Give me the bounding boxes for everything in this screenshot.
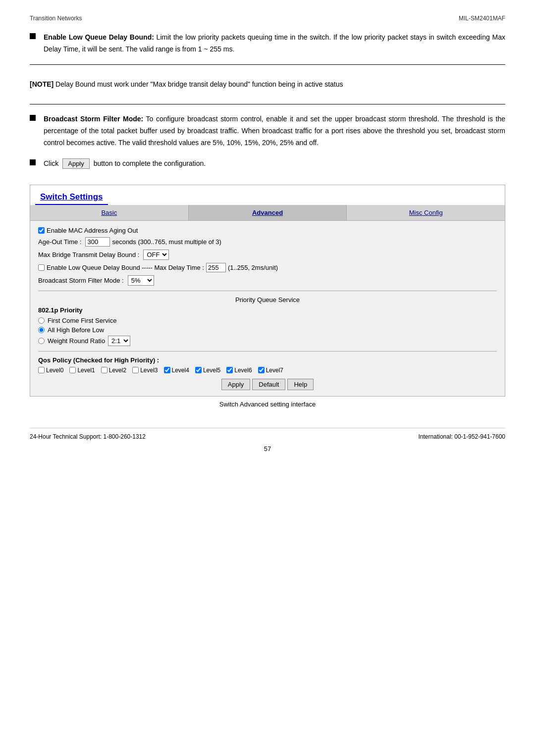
max-bridge-label: Max Bridge Transmit Delay Bound : [38,251,139,258]
checkbox-level6: Level6 [226,367,252,374]
caption-text: Switch Advanced setting interface [30,401,505,408]
page-header: Transition Networks MIL-SM2401MAF [30,15,505,22]
level0-label: Level0 [46,367,63,374]
apply-inline-button[interactable]: Apply [62,158,90,169]
enable-mac-label: Enable MAC Address Aging Out [47,227,138,234]
low-queue-label: Enable Low Queue Delay Bound ----- Max D… [47,264,204,271]
bullet-icon-3 [30,159,36,165]
level2-label: Level2 [109,367,126,374]
level4-checkbox[interactable] [164,367,170,373]
priority-section-label: 802.1p Priority [38,306,497,314]
level6-checkbox[interactable] [226,367,233,373]
level7-checkbox[interactable] [258,367,265,373]
checkbox-level4: Level4 [164,367,189,374]
bullet-icon-2 [30,115,36,121]
tab-advanced[interactable]: Advanced [189,205,347,220]
broadcast-row: Broadcast Storm Filter Mode : 5% 10% 15%… [38,275,497,286]
model-number: MIL-SM2401MAF [459,15,505,22]
priority-queue-title: Priority Queue Service [38,296,497,303]
age-out-input[interactable] [85,237,110,247]
radio-ahbl[interactable] [38,327,45,333]
bullet-low-queue-bold: Enable Low Queue Delay Bound: [44,33,154,41]
max-bridge-row: Max Bridge Transmit Delay Bound : OFF 1m… [38,250,497,260]
radio-fcfs-label: First Come First Service [48,317,116,324]
switch-settings-title: Switch Settings [35,188,108,205]
tab-basic[interactable]: Basic [30,205,189,220]
enable-mac-checkbox[interactable] [38,227,45,234]
section-divider-2 [38,351,497,352]
checkboxes-row: Level0 Level1 Level2 Level3 Level4 [38,367,497,374]
qos-label: Qos Policy (Checked for High Priority) : [38,356,497,364]
switch-settings-panel: Switch Settings Basic Advanced Misc Conf… [30,185,505,397]
level1-checkbox[interactable] [69,367,76,373]
level6-label: Level6 [234,367,252,374]
bullet-low-queue-text: Enable Low Queue Delay Bound: Limit the … [44,32,505,55]
divider-1 [30,64,505,65]
qos-section: Qos Policy (Checked for High Priority) :… [38,356,497,374]
max-delay-input[interactable] [206,263,226,272]
bullet-apply-text: Click Apply button to complete the confi… [44,158,505,170]
wrr-select[interactable]: 2:1 4:1 8:1 [108,336,130,346]
age-out-row: Age-Out Time : seconds (300..765, must m… [38,237,497,247]
note-text: Delay Bound must work under "Max bridge … [54,80,343,88]
level5-checkbox[interactable] [195,367,202,373]
switch-settings-title-area: Switch Settings [30,185,505,205]
page-number: 57 [30,445,505,453]
broadcast-label: Broadcast Storm Filter Mode : [38,277,124,284]
radio-ahbl-label: All High Before Low [48,326,104,334]
company-name: Transition Networks [30,15,82,22]
bullet-apply-after: button to complete the configuration. [92,159,206,167]
note-box: [NOTE] Delay Bound must work under "Max … [30,74,505,96]
note-label: [NOTE] [30,80,54,88]
divider-2 [30,104,505,104]
age-out-label: Age-Out Time : [38,238,81,246]
radio-ahbl-row: All High Before Low [38,326,497,334]
max-bridge-select[interactable]: OFF 1ms 2ms 4ms [143,250,169,260]
low-queue-checkbox[interactable] [38,264,45,271]
bullet-low-queue: Enable Low Queue Delay Bound: Limit the … [30,32,505,55]
radio-fcfs[interactable] [38,317,45,324]
level2-checkbox[interactable] [101,367,107,373]
bullet-apply: Click Apply button to complete the confi… [30,158,505,170]
footer-left: 24-Hour Technical Support: 1-800-260-131… [30,433,146,440]
bullet-broadcast-bold: Broadcast Storm Filter Mode: [44,115,143,123]
radio-wrr-label: Weight Round Ratio [48,337,105,345]
level7-label: Level7 [266,367,283,374]
bullet-icon [30,33,36,39]
footer-right: International: 00-1-952-941-7600 [419,433,505,440]
enable-mac-row: Enable MAC Address Aging Out [38,227,497,234]
section-divider-1 [38,291,497,291]
tab-misc-config[interactable]: Misc Config [347,205,505,220]
level3-label: Level3 [140,367,158,374]
level4-label: Level4 [172,367,189,374]
low-queue-row: Enable Low Queue Delay Bound ----- Max D… [38,263,497,272]
checkbox-level7: Level7 [258,367,283,374]
radio-fcfs-row: First Come First Service [38,317,497,324]
bullet-broadcast: Broadcast Storm Filter Mode: To configur… [30,113,505,149]
help-button[interactable]: Help [287,379,314,390]
default-button[interactable]: Default [252,379,285,390]
checkbox-level0: Level0 [38,367,63,374]
max-delay-suffix: (1..255, 2ms/unit) [228,264,278,271]
level3-checkbox[interactable] [132,367,139,373]
page-footer: 24-Hour Technical Support: 1-800-260-131… [30,428,505,440]
checkbox-level5: Level5 [195,367,220,374]
apply-button[interactable]: Apply [221,379,251,390]
checkbox-level2: Level2 [101,367,126,374]
level1-label: Level1 [77,367,95,374]
radio-wrr[interactable] [38,338,45,344]
action-buttons-row: Apply Default Help [38,379,497,390]
level5-label: Level5 [203,367,220,374]
panel-body: Enable MAC Address Aging Out Age-Out Tim… [30,221,505,396]
level0-checkbox[interactable] [38,367,45,373]
broadcast-select[interactable]: 5% 10% 15% 20% 25% off [128,275,154,286]
bullet-broadcast-text: Broadcast Storm Filter Mode: To configur… [44,113,505,149]
age-out-suffix: seconds (300..765, must multiple of 3) [112,238,221,246]
bullet-apply-before: Click [44,159,60,167]
radio-wrr-row: Weight Round Ratio 2:1 4:1 8:1 [38,336,497,346]
tabs-row: Basic Advanced Misc Config [30,205,505,221]
checkbox-level3: Level3 [132,367,158,374]
checkbox-level1: Level1 [69,367,95,374]
